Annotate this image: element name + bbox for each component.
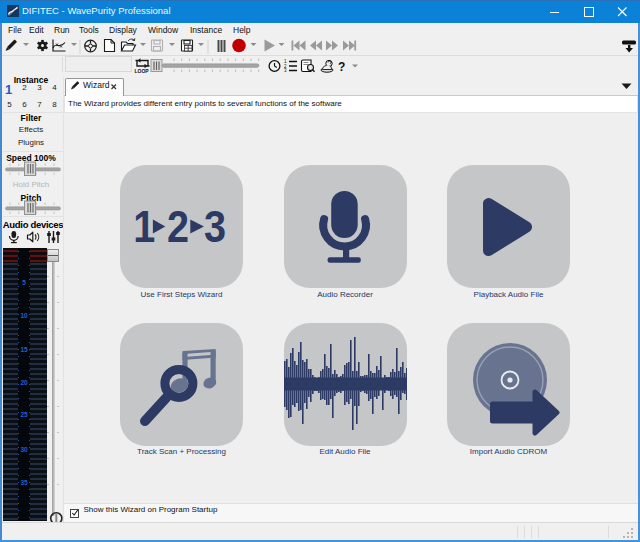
svg-text:1: 1 xyxy=(133,202,155,252)
svg-text:LOOP: LOOP xyxy=(135,68,150,74)
svg-text:2: 2 xyxy=(167,202,189,252)
svg-text:?: ? xyxy=(338,60,345,74)
svg-text:3: 3 xyxy=(284,68,287,73)
svg-text:3: 3 xyxy=(204,202,226,252)
